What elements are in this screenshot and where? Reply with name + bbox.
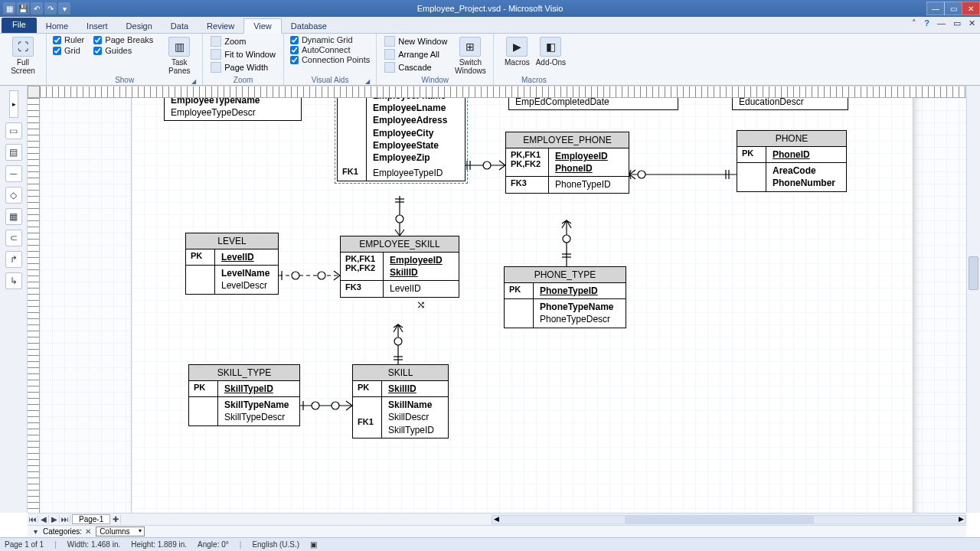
tab-view[interactable]: View <box>243 18 282 34</box>
shapes-toolstrip: ▸ ▭ ▤ ─ ◇ ▦ ⊂ ↱ ↳ <box>0 86 28 513</box>
cascade-button[interactable]: Cascade <box>383 61 449 73</box>
connector-tool-icon[interactable]: ─ <box>5 165 22 182</box>
window-title: Employee_Project.vsd - Microsoft Visio <box>417 4 564 13</box>
window-group-label: Window <box>383 75 487 85</box>
page-width-button[interactable]: Page Width <box>209 61 277 73</box>
ribbon-tabs: File Home Insert Design Data Review View… <box>0 17 980 34</box>
grid-checkbox[interactable]: Grid <box>53 46 84 55</box>
doc-restore-icon[interactable]: ▭ <box>953 18 961 28</box>
horizontal-scrollbar[interactable]: ◀ ▶ <box>492 515 966 524</box>
doc-min-icon[interactable]: — <box>937 18 946 28</box>
maximize-button[interactable]: ▭ <box>944 2 962 15</box>
entity-employee-phone[interactable]: EMPLOYEE_PHONE PK,FK1PK,FK2EmployeeIDPho… <box>505 132 629 194</box>
dynamicgrid-checkbox[interactable]: Dynamic Grid <box>290 35 370 44</box>
new-page-icon[interactable]: ✚ <box>110 515 121 523</box>
entity-skill-type[interactable]: SKILL_TYPE PKSkillTypeID SkillTypeNameSk… <box>188 364 300 426</box>
pointer-tool-icon[interactable]: ▭ <box>5 122 22 139</box>
entity-education[interactable]: EducationDescr <box>732 98 848 110</box>
tab-home[interactable]: Home <box>37 19 77 33</box>
vertical-ruler <box>28 98 40 513</box>
zoom-group-label: Zoom <box>209 75 277 85</box>
guides-checkbox[interactable]: Guides <box>93 46 153 55</box>
entity-employeetype[interactable]: EmployeeTypeNameEmployeeTypeDescr <box>164 98 302 121</box>
entity-phone[interactable]: PHONE PKPhoneID AreaCodePhoneNumber <box>737 130 847 192</box>
drawing-canvas[interactable]: EmployeeTypeNameEmployeeTypeDescr Employ… <box>40 98 966 513</box>
entity-skill[interactable]: SKILL PKSkillID FK1SkillNameSkillDescrSk… <box>352 364 449 439</box>
undo-icon[interactable]: ↶ <box>31 2 43 15</box>
qat-dropdown-icon[interactable]: ▾ <box>58 2 70 15</box>
tab-database[interactable]: Database <box>282 19 336 33</box>
entity-tool-icon[interactable]: ▤ <box>5 144 22 161</box>
entity-employee-skill[interactable]: EMPLOYEE_SKILL PK,FK1PK,FK2EmployeeIDSki… <box>340 236 459 298</box>
page-tab-1[interactable]: Page-1 <box>72 514 110 524</box>
page-last-icon[interactable]: ⏭ <box>60 515 70 523</box>
visio-icon: ▦ <box>3 2 15 15</box>
show-group-label: Show◢ <box>53 75 196 85</box>
pagebreaks-checkbox[interactable]: Page Breaks <box>93 35 153 44</box>
tab-design[interactable]: Design <box>117 19 162 33</box>
redo-icon[interactable]: ↷ <box>44 2 57 15</box>
entity-phone-type[interactable]: PHONE_TYPE PKPhoneTypeID PhoneTypeNamePh… <box>504 266 626 328</box>
help-icon[interactable]: ? <box>924 18 929 28</box>
hscroll-right-icon[interactable]: ▶ <box>959 515 964 523</box>
cat-x-icon[interactable]: ✕ <box>83 527 93 536</box>
page-next-icon[interactable]: ▶ <box>49 515 60 523</box>
ruler-checkbox[interactable]: Ruler <box>53 35 84 44</box>
save-icon[interactable]: 💾 <box>17 2 29 15</box>
category-tool-icon[interactable]: ⊂ <box>5 230 22 246</box>
page-prev-icon[interactable]: ◀ <box>38 515 49 523</box>
shapes-expand-icon[interactable]: ▸ <box>9 90 18 118</box>
arrangeall-button[interactable]: Arrange All <box>383 48 449 60</box>
entity-employee[interactable]: EmployeeFname EmployeeLname EmployeeAdre… <box>337 98 466 181</box>
tab-data[interactable]: Data <box>162 19 198 33</box>
relationship-tool-icon[interactable]: ◇ <box>5 187 22 204</box>
group-show: Ruler Grid Page Breaks Guides ▥Task Pane… <box>47 34 203 85</box>
visualaids-group-label: Visual Aids◢ <box>290 75 370 85</box>
entity-level[interactable]: LEVEL PKLevelID LevelNameLevelDescr <box>185 233 279 295</box>
group-macros: ▶Macros ◧Add-Ons Macros <box>494 34 573 85</box>
group-zoom: Zoom Fit to Window Page Width Zoom <box>203 34 284 85</box>
autoconnect-checkbox[interactable]: AutoConnect <box>290 45 370 54</box>
entity-emped[interactable]: EmpEdCompletedDate <box>508 98 678 110</box>
hscroll-left-icon[interactable]: ◀ <box>494 515 499 523</box>
columns-dropdown[interactable]: Columns <box>96 527 144 536</box>
categories-label: Categories: <box>43 527 82 536</box>
file-tab[interactable]: File <box>2 18 37 33</box>
minimize-ribbon-icon[interactable]: ˄ <box>912 18 916 28</box>
taskpanes-button[interactable]: ▥Task Panes <box>162 35 196 75</box>
close-button[interactable]: ✕ <box>962 2 980 15</box>
zoom-button[interactable]: Zoom <box>209 35 277 47</box>
doc-close-icon[interactable]: ✕ <box>969 18 975 28</box>
key <box>338 98 367 165</box>
status-lang[interactable]: English (U.S.) <box>252 540 299 549</box>
show-launcher-icon[interactable]: ◢ <box>191 78 196 85</box>
va-launcher-icon[interactable]: ◢ <box>365 78 370 85</box>
cat-close-icon[interactable]: ▾ <box>31 527 40 536</box>
status-page: Page 1 of 1 <box>5 540 44 549</box>
switchwindows-button[interactable]: ⊞Switch Windows <box>453 35 487 75</box>
vertical-scrollbar[interactable] <box>966 86 980 513</box>
newwindow-button[interactable]: New Window <box>383 35 449 47</box>
canvas-wrapper: EmployeeTypeNameEmployeeTypeDescr Employ… <box>40 98 966 513</box>
attr-tool-icon[interactable]: ↳ <box>5 272 22 289</box>
page-first-icon[interactable]: ⏮ <box>28 515 38 523</box>
macro-record-icon[interactable]: ▣ <box>310 540 317 549</box>
hscroll-thumb[interactable] <box>625 516 814 523</box>
connpoints-checkbox[interactable]: Connection Points <box>290 55 370 64</box>
minimize-button[interactable]: — <box>926 2 945 15</box>
group-fullscreen: ⛶Full Screen <box>0 34 47 85</box>
quick-access-toolbar: ▦ 💾 ↶ ↷ ▾ <box>0 2 74 15</box>
macros-button[interactable]: ▶Macros <box>500 35 534 75</box>
addons-button[interactable]: ◧Add-Ons <box>534 35 567 75</box>
scrollbar-thumb[interactable] <box>969 256 978 290</box>
fullscreen-button[interactable]: ⛶Full Screen <box>6 35 40 75</box>
page-tab-bar: ⏮ ◀ ▶ ⏭ Page-1 ✚ ◀ ▶ <box>28 513 966 525</box>
parent-tool-icon[interactable]: ↱ <box>5 251 22 268</box>
horizontal-ruler <box>28 86 966 98</box>
view-tool-icon[interactable]: ▦ <box>5 208 22 225</box>
tab-insert[interactable]: Insert <box>77 19 117 33</box>
fit-window-button[interactable]: Fit to Window <box>209 48 277 60</box>
status-angle: Angle: 0° <box>198 540 229 549</box>
tab-review[interactable]: Review <box>198 19 243 33</box>
ribbon: ⛶Full Screen Ruler Grid Page Breaks Guid… <box>0 34 980 86</box>
